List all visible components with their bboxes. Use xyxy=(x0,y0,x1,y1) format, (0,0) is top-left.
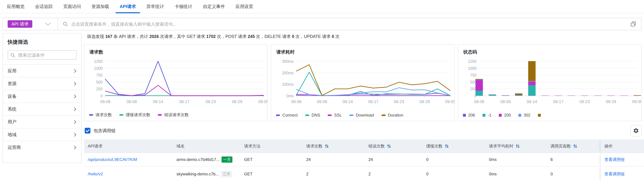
api-link[interactable]: /api/products/L9ECAV7KIM xyxy=(88,157,137,162)
view-trace-link[interactable]: 查看调用链 xyxy=(604,157,625,162)
legend-item-200[interactable]: 200 xyxy=(499,113,511,118)
tab-异常统计[interactable]: 异常统计 xyxy=(142,0,168,13)
legend-swatch xyxy=(158,114,162,116)
sidebar-item-label: 地域 xyxy=(8,132,16,137)
legend-item-SSL[interactable]: SSL xyxy=(328,113,342,118)
tab-自定义事件[interactable]: 自定义事件 xyxy=(199,0,229,13)
legend-swatch xyxy=(89,114,93,116)
chart-title: 请求数 xyxy=(90,49,103,55)
sort-icon[interactable] xyxy=(573,144,577,148)
sort-icon[interactable] xyxy=(516,144,520,148)
legend-item-302[interactable]: 302 xyxy=(518,113,530,118)
search-category-tag[interactable]: API 请求 xyxy=(8,20,32,28)
legend-label: Duration xyxy=(388,113,404,118)
svg-text:08-23: 08-23 xyxy=(394,99,404,104)
svg-text:08-08: 08-08 xyxy=(126,99,137,104)
copy-icon[interactable] xyxy=(630,21,636,27)
summary-text: 次，UPDATE 请求 xyxy=(294,34,332,39)
legend-label: Download xyxy=(356,113,374,118)
legend-label: 200 xyxy=(504,113,511,118)
search-icon xyxy=(63,22,68,27)
tab-卡顿统计[interactable]: 卡顿统计 xyxy=(170,0,196,13)
legend-label: -1 xyxy=(488,113,491,118)
svg-text:1250: 1250 xyxy=(94,59,103,64)
legend-item-206[interactable]: 206 xyxy=(463,113,475,118)
column-header-缓慢次数[interactable]: 缓慢次数 xyxy=(422,140,485,152)
legend-item-Duration[interactable]: Duration xyxy=(382,113,404,118)
chart-legend: ConnectDNSSSLDownloadDuration xyxy=(276,113,452,118)
tab-资源加载[interactable]: 资源加载 xyxy=(88,0,113,13)
legend-swatch xyxy=(518,114,521,117)
cell-api: /hello/v2 xyxy=(84,166,173,181)
divider xyxy=(58,18,58,30)
domain-badge: 三方 xyxy=(221,171,232,177)
tab-应用设置[interactable]: 应用设置 xyxy=(232,0,257,13)
svg-text:08-23: 08-23 xyxy=(580,99,590,104)
sort-icon[interactable] xyxy=(324,144,329,148)
svg-text:09-05: 09-05 xyxy=(632,99,641,104)
legend-item-DNS[interactable]: DNS xyxy=(305,113,320,118)
sidebar-item-运营商[interactable]: 运营商 xyxy=(3,141,81,154)
svg-text:08-14: 08-14 xyxy=(342,99,353,104)
legend-item-Download[interactable]: Download xyxy=(349,113,374,118)
summary-text: 次，DELETE 请求 xyxy=(255,34,292,39)
cell-requests: 2 xyxy=(302,166,365,181)
svg-text:1250: 1250 xyxy=(468,59,476,64)
column-header-请求平均耗时[interactable]: 请求平均耗时 xyxy=(485,140,547,152)
tab-list: 应用概览会话追踪页面访问资源加载API请求异常统计卡顿统计自定义事件应用设置 xyxy=(0,0,644,13)
summary-text: 245 xyxy=(248,34,255,39)
column-header-请求次数[interactable]: 请求次数 xyxy=(302,140,365,152)
legend-item-请求次数[interactable]: 请求次数 xyxy=(89,112,112,118)
result-summary: 筛选发现 167 条 API 请求，共计 2026 次请求，其中 GET 请求 … xyxy=(87,34,340,39)
chart-legend: 206-1200302 xyxy=(463,113,640,118)
cell-slow: 0 xyxy=(422,166,485,181)
sidebar-item-资源[interactable]: 资源 xyxy=(3,77,81,90)
sidebar-item-应用[interactable]: 应用 xyxy=(3,64,81,77)
search-input[interactable] xyxy=(71,18,514,30)
tab-会话追踪[interactable]: 会话追踪 xyxy=(31,0,57,13)
legend-swatch xyxy=(276,114,280,116)
column-header-错误次数[interactable]: 错误次数 xyxy=(365,140,422,152)
tab-应用概览[interactable]: 应用概览 xyxy=(3,0,28,13)
filter-search-input[interactable] xyxy=(18,51,75,60)
column-header-调用页面数[interactable]: 调用页面数 xyxy=(547,140,600,152)
tab-页面访问[interactable]: 页面访问 xyxy=(59,0,85,13)
sidebar-item-系统[interactable]: 系统 xyxy=(3,102,81,115)
svg-text:08-06: 08-06 xyxy=(474,99,484,104)
svg-text:1000: 1000 xyxy=(468,66,476,70)
view-trace-link[interactable]: 查看调用链 xyxy=(604,171,625,177)
legend-swatch xyxy=(119,114,124,116)
sidebar-item-地域[interactable]: 地域 xyxy=(3,128,81,141)
cell-domain: skywalking-demo.c7b...三方 xyxy=(173,166,240,181)
legend-item-缓慢请求次数[interactable]: 缓慢请求次数 xyxy=(119,112,150,118)
sidebar-item-用户[interactable]: 用户 xyxy=(3,115,81,128)
table-toolbar: 包含调用链 xyxy=(84,125,642,136)
api-link[interactable]: /hello/v2 xyxy=(88,172,103,176)
cell-pages: 6 xyxy=(547,153,600,166)
summary-text: 次，POST 请求 xyxy=(216,34,248,39)
settings-button[interactable] xyxy=(630,125,642,136)
sort-icon[interactable] xyxy=(444,144,449,148)
legend-label: SSL xyxy=(334,113,342,118)
legend-item--1[interactable]: -1 xyxy=(482,113,491,118)
legend-item-错误请求次数[interactable]: 错误请求次数 xyxy=(158,112,189,118)
legend-item-untitled[interactable] xyxy=(538,114,543,117)
sidebar-item-设备[interactable]: 设备 xyxy=(3,90,81,102)
cell-value: 0ms xyxy=(489,172,496,176)
svg-text:0ms: 0ms xyxy=(286,94,294,98)
sort-icon[interactable] xyxy=(387,144,391,148)
chevron-down-icon[interactable] xyxy=(45,22,51,26)
cell-value: 2 xyxy=(306,172,308,176)
legend-item-Connect[interactable]: Connect xyxy=(276,113,298,118)
include-trace-checkbox[interactable] xyxy=(85,128,90,134)
column-header-label: 请求平均耗时 xyxy=(489,144,514,149)
domain-text: skywalking-demo.c7b... xyxy=(176,172,219,176)
column-header-label: 调用页面数 xyxy=(550,144,571,149)
legend-label: Connect xyxy=(282,113,298,118)
tab-API请求[interactable]: API请求 xyxy=(116,0,140,13)
svg-text:08-17: 08-17 xyxy=(179,99,190,104)
table-row: /hello/v2skywalking-demo.c7b...三方GET2200… xyxy=(84,166,644,181)
svg-text:750: 750 xyxy=(96,73,103,78)
svg-text:08-06: 08-06 xyxy=(291,99,302,104)
summary-text: 2026 xyxy=(150,34,159,39)
